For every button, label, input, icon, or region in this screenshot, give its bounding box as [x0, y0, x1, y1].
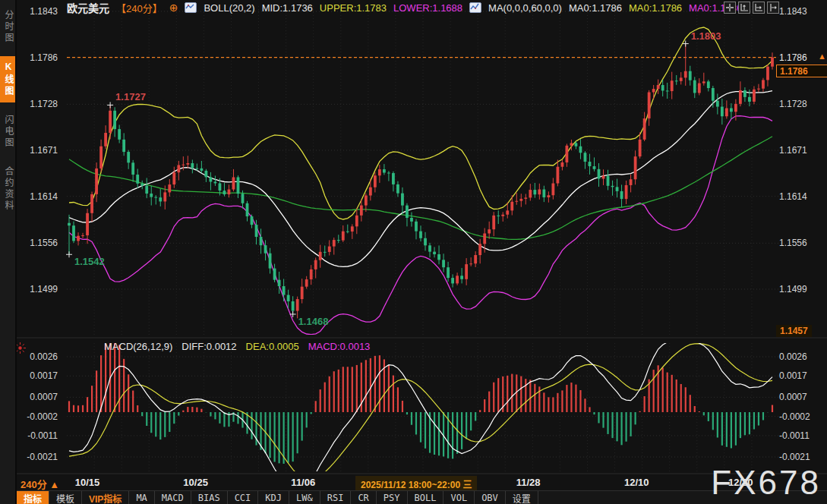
toolbar-tab-LW&[interactable]: LW& [289, 491, 320, 504]
add-overlay-icon[interactable]: ⊕ [169, 2, 178, 14]
sidebar-tab-kline-chart[interactable]: K线图 [0, 56, 15, 102]
svg-text:1.1786: 1.1786 [30, 52, 58, 63]
range-low-label: 1.1457 [776, 325, 812, 337]
svg-text:1.1499: 1.1499 [30, 284, 58, 295]
axis-scale-up-icon[interactable] [738, 2, 750, 14]
toolbar-tab-VIP指标[interactable]: VIP指标 [82, 491, 129, 504]
pan-right-icon[interactable] [767, 2, 779, 14]
last-price-tick: 1.1786 [779, 52, 807, 63]
svg-text:0.0017: 0.0017 [779, 370, 807, 381]
price-up-arrow-icon: ▲ [818, 52, 826, 61]
toolbar-tab-KDJ[interactable]: KDJ [258, 491, 289, 504]
boll-indicator-icon[interactable] [185, 2, 197, 13]
ma-value-2: MA0:1.1786 [629, 2, 682, 14]
svg-text:-0.0002: -0.0002 [779, 411, 810, 422]
timeframe-selector[interactable]: 240分 ▲ [21, 477, 59, 491]
svg-text:0.0017: 0.0017 [30, 370, 58, 381]
svg-text:1.1728: 1.1728 [779, 99, 807, 109]
svg-text:0.0007: 0.0007 [30, 392, 58, 402]
x-axis-label: 10/15 [75, 477, 100, 488]
candlestick-chart[interactable]: 1.18431.18431.17861.17281.17281.16711.16… [0, 0, 827, 504]
boll-mid-value: MID:1.1736 [262, 2, 313, 14]
svg-text:1.1614: 1.1614 [30, 191, 58, 202]
svg-text:-0.0011: -0.0011 [779, 430, 810, 441]
toolbar-tab-设置[interactable]: 设置 [506, 491, 538, 504]
chart-type-sidebar: 分时图 K线图 闪电图 合约资料 [0, 0, 17, 504]
toolbar-tab-MACD[interactable]: MACD [155, 491, 191, 504]
svg-text:-0.0021: -0.0021 [27, 452, 58, 462]
x-axis-label: 12/10 [624, 477, 649, 488]
x-axis-label: 12/20 [728, 477, 753, 488]
toolbar-tab-PSY[interactable]: PSY [377, 491, 408, 504]
svg-text:1.1556: 1.1556 [30, 238, 58, 248]
svg-text:-0.0002: -0.0002 [27, 411, 58, 422]
svg-text:1.1727: 1.1727 [115, 91, 146, 102]
svg-text:0.0026: 0.0026 [779, 351, 807, 362]
ma-params: MA(0,0,0,60,0,0) [488, 2, 562, 14]
toolbar-tab-BOLL[interactable]: BOLL [408, 491, 444, 504]
sidebar-tab-contract-info[interactable]: 合约资料 [0, 161, 15, 217]
svg-text:1.1614: 1.1614 [779, 191, 807, 202]
boll-params: BOLL(20,2) [204, 2, 254, 14]
svg-text:1.1843: 1.1843 [779, 6, 807, 17]
current-price-box: 1.1786 [776, 65, 827, 77]
ma-value-1: MA0:1.1786 [569, 2, 622, 14]
period-badge[interactable]: 【240分】 [116, 1, 163, 15]
indicator-toolbar: 指标模板VIP指标MAMACDBIASCCIKDJLW&RSICRPSYBOLL… [17, 490, 827, 504]
crosshair-icon[interactable] [724, 2, 736, 14]
svg-text:1.1468: 1.1468 [298, 316, 329, 327]
indicator-header: 欧元美元 【240分】 ⊕ BOLL(20,2) MID:1.1736 UPPE… [67, 2, 742, 14]
svg-text:1.1843: 1.1843 [30, 6, 58, 17]
toolbar-tab-模板[interactable]: 模板 [49, 491, 82, 504]
toolbar-tab-VOL[interactable]: VOL [443, 491, 475, 504]
macd-value: MACD:0.0013 [308, 341, 371, 352]
ma-indicator-icon[interactable] [469, 2, 481, 13]
svg-text:1.1803: 1.1803 [691, 30, 721, 42]
macd-diff-value: DIFF:0.0012 [181, 341, 236, 352]
svg-text:0.0026: 0.0026 [30, 351, 58, 362]
macd-params: MACD(26,12,9) [104, 341, 172, 352]
toolbar-tab-MA[interactable]: MA [129, 491, 154, 504]
boll-lower-value: LOWER:1.1688 [393, 2, 462, 14]
toolbar-tab-OBV[interactable]: OBV [475, 491, 506, 504]
x-axis-label: 10/25 [183, 477, 208, 488]
sidebar-tab-flash-chart[interactable]: 闪电图 [0, 109, 15, 154]
macd-dea-value: DEA:0.0005 [246, 341, 299, 352]
toolbar-tab-CR[interactable]: CR [351, 491, 376, 504]
trading-terminal: 分时图 K线图 闪电图 合约资料 1.18431.18431.17861.172… [0, 0, 827, 504]
symbol-title: 欧元美元 [67, 0, 109, 15]
x-axis-label: 11/06 [291, 477, 315, 488]
svg-text:1.1542: 1.1542 [74, 256, 105, 267]
toolbar-tab-指标[interactable]: 指标 [17, 491, 49, 504]
crosshair-date-label: 2025/11/12 18:00~22:00 三 [355, 476, 477, 492]
chart-tool-buttons [724, 2, 779, 14]
macd-header: MACD(26,12,9) DIFF:0.0012 DEA:0.0005 MAC… [104, 341, 370, 352]
svg-text:-0.0011: -0.0011 [27, 430, 58, 441]
toolbar-tab-BIAS[interactable]: BIAS [191, 491, 228, 504]
toolbar-tab-CCI[interactable]: CCI [228, 491, 259, 504]
boll-upper-value: UPPER:1.1783 [320, 2, 387, 14]
svg-text:1.1556: 1.1556 [779, 238, 807, 248]
svg-text:-0.0021: -0.0021 [779, 452, 810, 462]
svg-text:0.0007: 0.0007 [779, 392, 807, 402]
svg-text:1.1671: 1.1671 [779, 145, 807, 156]
svg-text:1.1728: 1.1728 [30, 99, 58, 109]
sidebar-tab-time-chart[interactable]: 分时图 [0, 5, 15, 49]
toolbar-tab-RSI[interactable]: RSI [320, 491, 352, 504]
x-axis-label: 11/28 [516, 477, 541, 488]
svg-text:1.1499: 1.1499 [779, 284, 807, 295]
axis-scale-right-icon[interactable] [753, 2, 765, 14]
svg-text:1.1671: 1.1671 [30, 145, 58, 156]
